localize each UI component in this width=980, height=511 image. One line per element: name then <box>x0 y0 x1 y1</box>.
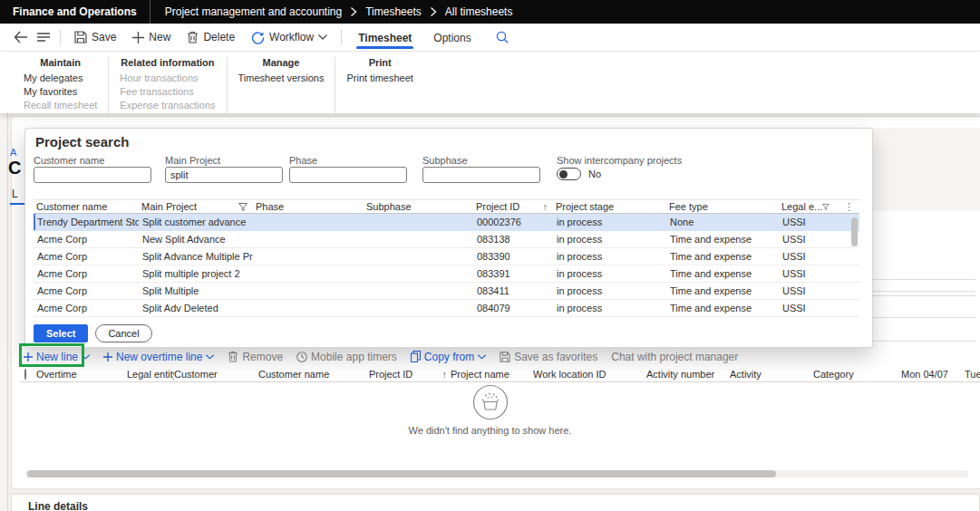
cell-fee-type: None <box>666 217 779 227</box>
workflow-button[interactable]: Workflow <box>245 27 334 48</box>
ribbon-item-hour-transactions: Hour transactions <box>120 72 215 85</box>
top-navigation-bar: Finance and Operations Project managemen… <box>0 0 980 24</box>
column-header-project-name[interactable]: Project name <box>451 369 533 380</box>
column-header-customer[interactable]: Customer <box>174 369 258 380</box>
breadcrumb-page[interactable]: All timesheets <box>445 5 513 18</box>
grid-more-options[interactable]: ⋮ <box>835 201 859 213</box>
save-button[interactable]: Save <box>68 27 122 47</box>
project-result-row[interactable]: Acme Corp Split Multiple 083411 in proce… <box>34 283 859 300</box>
empty-grid-state: We didn't find anything to show here. <box>0 384 980 436</box>
line-details-title: Line details <box>28 500 88 511</box>
column-header-overtime[interactable]: Overtime <box>36 369 127 380</box>
new-overtime-line-button[interactable]: New overtime line <box>103 351 214 363</box>
obscured-row-line <box>873 295 975 296</box>
add-icon <box>103 352 112 362</box>
column-header-project-id[interactable]: Project ID ↑ <box>369 369 451 380</box>
menu-icon <box>37 32 50 43</box>
cancel-button[interactable]: Cancel <box>95 324 151 342</box>
column-header-main-project[interactable]: Main Project <box>139 201 253 212</box>
ribbon-item-fee-transactions: Fee transactions <box>120 85 215 99</box>
column-header-phase[interactable]: Phase <box>253 201 364 212</box>
column-header-legal-entity[interactable]: Legal entity <box>127 369 174 380</box>
dialog-grid-scrollbar[interactable] <box>851 217 858 317</box>
ribbon-item-print-timesheet[interactable]: Print timesheet <box>346 72 412 85</box>
chevron-right-icon <box>430 7 437 16</box>
customer-name-label: Customer name <box>34 155 104 166</box>
project-result-row[interactable]: Acme Corp Split multiple project 2 08339… <box>34 265 859 283</box>
chevron-down-icon <box>206 354 214 360</box>
column-header-project-id[interactable]: Project ID ↑ <box>473 201 553 212</box>
chat-with-project-manager-button: Chat with project manager <box>611 351 738 363</box>
search-button[interactable] <box>490 27 515 47</box>
trash-icon <box>187 31 199 43</box>
project-result-row[interactable]: Acme Corp Split Adv Deleted 084079 in pr… <box>34 300 859 317</box>
save-icon <box>74 31 87 43</box>
obscured-page-region <box>873 128 980 211</box>
ribbon-item-my-favorites[interactable]: My favorites <box>24 85 97 99</box>
column-header-category[interactable]: Category <box>813 369 901 380</box>
cell-project-id: 083391 <box>473 268 553 279</box>
cell-project-id: 084079 <box>473 303 553 313</box>
ribbon-item-timesheet-versions[interactable]: Timesheet versions <box>238 72 325 85</box>
breadcrumb-section[interactable]: Timesheets <box>365 5 422 18</box>
project-result-row[interactable]: Trendy Department Stores Split customer … <box>34 214 859 231</box>
customer-name-input[interactable] <box>34 167 151 183</box>
column-header-tue[interactable]: Tue <box>965 369 980 380</box>
phase-input[interactable] <box>289 167 407 183</box>
toolbar-divider <box>341 29 342 45</box>
main-project-input[interactable] <box>165 167 283 183</box>
menu-button[interactable] <box>34 28 53 46</box>
timesheet-lines-grid-header: Overtime Legal entity Customer Customer … <box>20 366 980 382</box>
ribbon-group-print: Print Print timesheet <box>335 57 423 113</box>
cell-legal-entity: USSI <box>779 251 835 262</box>
ribbon-group-title: Manage <box>238 57 325 68</box>
lines-grid-horizontal-scrollbar[interactable] <box>25 470 968 477</box>
column-header-customer-name[interactable]: Customer name <box>34 201 139 212</box>
scrollbar-thumb[interactable] <box>27 470 776 477</box>
copy-from-button[interactable]: Copy from <box>411 351 486 363</box>
project-result-row[interactable]: Acme Corp Split Advance Multiple Pr... 0… <box>34 248 859 265</box>
toggle-off-icon[interactable] <box>557 168 581 180</box>
cell-legal-entity: USSI <box>779 234 835 245</box>
timesheet-ribbon-flyout: Maintain My delegates My favorites Recal… <box>0 52 980 113</box>
more-vertical-icon: ⋮ <box>844 201 854 213</box>
delete-button[interactable]: Delete <box>180 27 241 47</box>
new-button[interactable]: New <box>126 27 177 47</box>
column-header-work-location-id[interactable]: Work location ID <box>533 369 646 380</box>
remove-button: Remove <box>228 351 283 363</box>
add-icon <box>132 32 144 43</box>
scrollbar-thumb[interactable] <box>851 217 858 246</box>
obscured-link-fragment: A <box>10 147 16 158</box>
line-details-section[interactable]: Line details <box>11 494 980 511</box>
cell-main-project: New Split Advance <box>139 234 253 245</box>
tab-options[interactable]: Options <box>424 27 480 48</box>
project-result-row[interactable]: Acme Corp New Split Advance 083138 in pr… <box>34 231 859 248</box>
back-button[interactable] <box>11 27 31 47</box>
ribbon-item-my-delegates[interactable]: My delegates <box>24 72 97 85</box>
cell-project-stage: in process <box>553 234 666 245</box>
cell-main-project: Split multiple project 2 <box>139 268 253 279</box>
column-header-mon-0407[interactable]: Mon 04/07 <box>901 369 965 380</box>
obscured-row-line <box>873 341 975 342</box>
cell-project-stage: in process <box>553 217 666 227</box>
app-title[interactable]: Finance and Operations <box>0 5 150 18</box>
column-header-legal-entity[interactable]: Legal e... <box>779 201 835 212</box>
column-header-activity[interactable]: Activity <box>730 369 813 380</box>
save-icon <box>500 352 510 362</box>
tab-timesheet[interactable]: Timesheet <box>349 27 421 48</box>
breadcrumb-module[interactable]: Project management and accounting <box>165 5 342 18</box>
column-header-fee-type[interactable]: Fee type <box>666 201 779 212</box>
ribbon-item-recall-timesheet: Recall timesheet <box>24 99 97 112</box>
subphase-input[interactable] <box>422 167 540 183</box>
column-header-activity-number[interactable]: Activity number <box>646 369 730 380</box>
cell-fee-type: Time and expense <box>666 268 779 279</box>
intercompany-toggle-label: Show intercompany projects <box>557 155 682 166</box>
project-grid-header: Customer name Main Project Phase Subphas… <box>34 199 859 214</box>
column-header-project-stage[interactable]: Project stage <box>553 201 666 212</box>
column-header-customer-name[interactable]: Customer name <box>258 369 369 380</box>
select-all-radio[interactable] <box>24 369 26 380</box>
cell-customer-name: Acme Corp <box>34 234 139 245</box>
column-header-subphase[interactable]: Subphase <box>364 201 473 212</box>
cell-project-id: 083138 <box>473 234 553 245</box>
select-button[interactable]: Select <box>34 324 88 342</box>
